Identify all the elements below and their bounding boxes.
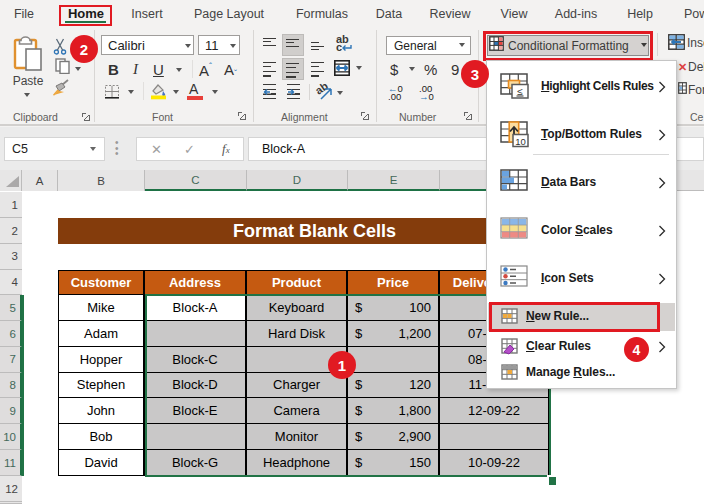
- svg-text:10: 10: [515, 136, 526, 147]
- svg-text:≤: ≤: [517, 86, 523, 97]
